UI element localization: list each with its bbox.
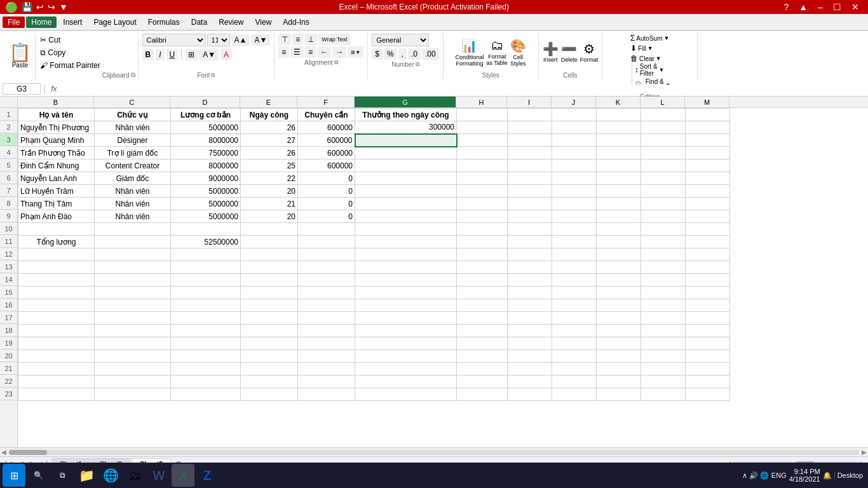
row-num-23[interactable]: 23 (0, 388, 17, 400)
cell-j3[interactable] (552, 134, 597, 147)
decrease-font-button[interactable]: A▼ (251, 34, 270, 46)
merge-center-button[interactable]: ⊞▼ (348, 46, 363, 58)
taskbar-word[interactable]: W (147, 464, 170, 487)
insert-cells-button[interactable]: ➕ Insert (543, 41, 559, 63)
cell-e6[interactable]: 22 (241, 172, 298, 185)
font-expand-icon[interactable]: ⧉ (211, 72, 215, 79)
cell-e1[interactable]: Ngày công (241, 109, 298, 121)
cell-c11[interactable] (95, 236, 171, 248)
sort-filter-button[interactable]: ↕ Sort &Filter ▼ (635, 63, 671, 77)
cell-g10[interactable] (355, 223, 457, 236)
cell-c8[interactable]: Nhân viên (95, 198, 171, 210)
cell-k4[interactable] (597, 147, 641, 159)
cell-e11[interactable] (241, 236, 298, 248)
cell-b8[interactable]: Thang Thị Tâm (18, 198, 95, 210)
cell-d9[interactable]: 5000000 (171, 210, 241, 223)
cell-h8[interactable] (457, 198, 508, 210)
cell-e10[interactable] (241, 223, 298, 236)
cell-h11[interactable] (457, 236, 508, 248)
cell-k10[interactable] (597, 223, 641, 236)
cell-d7[interactable]: 5000000 (171, 185, 241, 198)
row-num-9[interactable]: 9 (0, 210, 17, 222)
row-num-1[interactable]: 1 (0, 108, 17, 121)
cell-k6[interactable] (597, 172, 641, 185)
cell-c9[interactable]: Nhân viên (95, 210, 171, 223)
cell-l4[interactable] (641, 147, 686, 159)
delete-cells-button[interactable]: ➖ Delete (561, 41, 578, 63)
cell-i3[interactable] (508, 134, 552, 147)
cell-l6[interactable] (641, 172, 686, 185)
cell-c3[interactable]: Designer (95, 134, 171, 147)
cell-j4[interactable] (552, 147, 597, 159)
cell-d1[interactable]: Lương cơ bản (171, 109, 241, 121)
cell-e7[interactable]: 20 (241, 185, 298, 198)
row-num-8[interactable]: 8 (0, 197, 17, 210)
col-header-i[interactable]: I (507, 97, 552, 107)
cell-f1[interactable]: Chuyên cần (298, 109, 355, 121)
title-bar-controls[interactable]: ? ▲ – ☐ ✕ (780, 2, 863, 12)
h-scroll-thumb[interactable] (9, 450, 47, 455)
row-num-22[interactable]: 22 (0, 375, 17, 388)
cell-m4[interactable] (686, 147, 730, 159)
align-bottom-button[interactable]: ⊥ (304, 34, 317, 45)
row-num-15[interactable]: 15 (0, 286, 17, 299)
notification-button[interactable]: 🔔 (823, 471, 832, 480)
cell-l11[interactable] (641, 236, 686, 248)
cell-k9[interactable] (597, 210, 641, 223)
cell-i10[interactable] (508, 223, 552, 236)
cell-l7[interactable] (641, 185, 686, 198)
increase-decimal-button[interactable]: .00 (422, 48, 439, 60)
number-format-select[interactable]: General (372, 34, 429, 46)
cell-h3[interactable] (457, 134, 508, 147)
cell-d10[interactable] (171, 223, 241, 236)
cell-e3[interactable]: 27 (241, 134, 298, 147)
col-header-d[interactable]: D (170, 97, 240, 107)
cell-j2[interactable] (552, 121, 597, 134)
clipboard-expand-icon[interactable]: ⧉ (131, 71, 135, 79)
cell-d6[interactable]: 9000000 (171, 172, 241, 185)
menu-file[interactable]: File (3, 17, 25, 28)
col-header-m[interactable]: M (685, 97, 729, 107)
alignment-expand-icon[interactable]: ⧉ (334, 59, 338, 66)
cell-i8[interactable] (508, 198, 552, 210)
menu-insert[interactable]: Insert (58, 17, 87, 28)
cell-g6[interactable] (355, 172, 457, 185)
cell-l1[interactable] (641, 109, 686, 121)
taskbar-explorer2[interactable]: 🗂 (123, 464, 146, 487)
cell-k5[interactable] (597, 159, 641, 172)
cell-h6[interactable] (457, 172, 508, 185)
cell-j11[interactable] (552, 236, 597, 248)
taskbar-clock[interactable]: 9:14 PM 4/18/2021 (789, 468, 820, 483)
taskbar-zalo[interactable]: Z (196, 464, 219, 487)
cell-j9[interactable] (552, 210, 597, 223)
format-painter-button[interactable]: 🖌 Format Painter (38, 60, 102, 71)
cell-f4[interactable]: 600000 (298, 147, 355, 159)
cell-b5[interactable]: Đinh Cẩm Nhung (18, 159, 95, 172)
fill-button[interactable]: ⬇ Fill ▼ (630, 44, 669, 53)
menu-data[interactable]: Data (186, 17, 212, 28)
cell-d8[interactable]: 5000000 (171, 198, 241, 210)
scroll-left-button[interactable]: ◀ (1, 449, 6, 456)
row-num-18[interactable]: 18 (0, 324, 17, 337)
cell-k7[interactable] (597, 185, 641, 198)
cell-d11[interactable]: 52500000 (171, 236, 241, 248)
cell-c2[interactable]: Nhân viên (95, 121, 171, 134)
col-header-g[interactable]: G (355, 97, 456, 107)
cell-f8[interactable]: 0 (298, 198, 355, 210)
cell-f6[interactable]: 0 (298, 172, 355, 185)
cell-h9[interactable] (457, 210, 508, 223)
menu-view[interactable]: View (250, 17, 277, 28)
horizontal-scrollbar[interactable]: ◀ ▶ (0, 447, 868, 456)
cell-i2[interactable] (508, 121, 552, 134)
cell-c5[interactable]: Content Creator (95, 159, 171, 172)
col-header-b[interactable]: B (18, 97, 94, 107)
maximize-button[interactable]: ☐ (829, 2, 845, 12)
conditional-formatting-button[interactable]: 📊 ConditionalFormatting (455, 38, 484, 67)
col-header-j[interactable]: J (552, 97, 596, 107)
cell-m3[interactable] (686, 134, 730, 147)
col-header-l[interactable]: L (641, 97, 685, 107)
col-header-h[interactable]: H (456, 97, 507, 107)
taskbar-explorer[interactable]: 📁 (75, 464, 98, 487)
cell-d5[interactable]: 8000000 (171, 159, 241, 172)
close-button[interactable]: ✕ (848, 2, 863, 12)
